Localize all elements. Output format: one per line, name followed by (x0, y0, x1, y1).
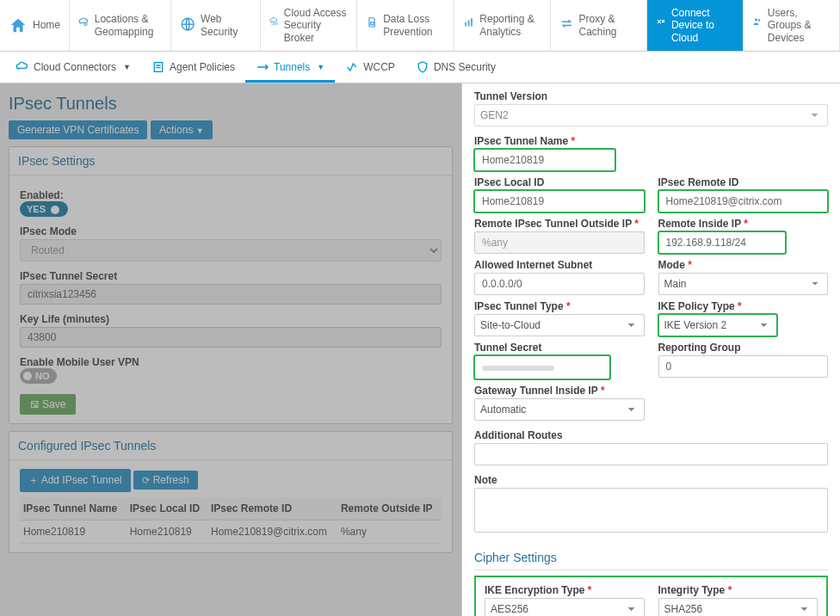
enabled-label: Enabled: (20, 189, 442, 201)
nav-home[interactable]: Home (0, 0, 70, 51)
ipsec-mode-select[interactable]: Routed (20, 239, 442, 262)
subnav-tunnels[interactable]: Tunnels▼ (245, 52, 335, 83)
nav-dlp[interactable]: Data Loss Prevention (357, 0, 454, 51)
gateway-inside-select[interactable]: Automatic (474, 398, 645, 421)
nav-locations[interactable]: Locations & Geomapping (70, 0, 171, 51)
ike-policy-label: IKE Policy Type (658, 300, 829, 312)
allowed-subnet-label: Allowed Internet Subnet (474, 259, 645, 271)
table-row[interactable]: Home210819 Home210819 Home210819@citrix.… (20, 521, 442, 544)
key-life-label: Key Life (minutes) (20, 313, 442, 325)
configured-tunnels-title: Configured IPsec Tunnels (9, 432, 452, 460)
tunnel-secret-masked (482, 366, 554, 371)
svg-point-0 (84, 22, 87, 25)
tunnel-version-select: GEN2 (474, 104, 828, 126)
add-ipsec-tunnel-button[interactable]: Add IPsec Tunnel (20, 469, 131, 492)
tunnel-name-label: IPsec Tunnel Name (474, 135, 828, 147)
ipsec-mode-label: IPsec Mode (20, 225, 442, 237)
integrity-type-select[interactable]: SHA256 (658, 598, 818, 616)
nav-proxy[interactable]: Proxy & Caching (551, 0, 647, 51)
remote-outside-input (474, 231, 645, 254)
mobile-vpn-label: Enable Mobile User VPN (20, 356, 442, 368)
nav-users[interactable]: Users, Groups & Devices (744, 0, 840, 51)
settings-save-button[interactable]: Save (20, 394, 76, 415)
svg-text:CASB: CASB (271, 22, 278, 26)
globe-shield-icon (180, 16, 195, 35)
subnav-agent-policies[interactable]: Agent Policies (141, 52, 245, 83)
col-remote-outside-ip: Remote Outside IP (337, 497, 442, 521)
gateway-inside-label: Gateway Tunnel Inside IP (474, 385, 645, 397)
bar-chart-icon (463, 16, 475, 35)
tunnel-type-select[interactable]: Site-to-Cloud (474, 314, 645, 336)
allowed-subnet-input[interactable] (474, 273, 645, 295)
remote-id-input[interactable] (658, 190, 829, 213)
integrity-type-label: Integrity Type (658, 584, 818, 596)
cipher-settings-title: Cipher Settings (474, 551, 828, 570)
subnav-cloud-connectors[interactable]: Cloud Connectors▼ (5, 52, 141, 83)
ipsec-settings-title: IPsec Settings (9, 147, 452, 176)
tunnel-secret-label: Tunnel Secret (474, 342, 645, 354)
arrows-sync-icon (559, 16, 574, 35)
remote-id-label: IPsec Remote ID (658, 176, 829, 188)
configured-tunnels-panel: Configured IPsec Tunnels Add IPsec Tunne… (9, 431, 453, 553)
chevron-down-icon: ▼ (317, 63, 324, 71)
svg-point-8 (758, 19, 760, 21)
reporting-group-label: Reporting Group (658, 342, 829, 354)
nav-connect-device[interactable]: Connect Device to Cloud (647, 0, 744, 51)
tunnels-table: IPsec Tunnel Name IPsec Local ID IPsec R… (20, 497, 442, 544)
ike-encryption-select[interactable]: AES256 (485, 598, 645, 616)
chevron-down-icon: ▼ (196, 126, 204, 135)
local-id-label: IPsec Local ID (474, 176, 645, 188)
additional-routes-label: Additional Routes (474, 429, 828, 441)
col-remote-id: IPsec Remote ID (207, 497, 337, 521)
cloud-connectors-icon (15, 60, 29, 74)
col-tunnel-name: IPsec Tunnel Name (20, 497, 127, 521)
tunnel-name-input[interactable] (474, 149, 615, 171)
enabled-toggle[interactable]: YES (20, 201, 68, 217)
nav-reporting[interactable]: Reporting & Analytics (454, 0, 551, 51)
local-id-input[interactable] (474, 190, 645, 213)
wccp-icon (345, 60, 359, 74)
tunnel-edit-drawer: Tunnel Version GEN2 IPsec Tunnel Name IP… (461, 83, 840, 616)
reporting-group-input[interactable] (658, 355, 829, 378)
mode-select[interactable]: Main (658, 273, 829, 295)
dns-security-icon (416, 60, 429, 74)
mobile-vpn-toggle[interactable]: NO (20, 368, 57, 384)
ipsec-settings-panel: IPsec Settings Enabled: YES IPsec Mode R… (9, 146, 453, 424)
tunnel-secret-value: citrixsia123456 (20, 284, 442, 305)
page-title: IPsec Tunnels (9, 94, 453, 114)
actions-dropdown[interactable]: Actions ▼ (151, 120, 213, 139)
subnav-dns-security[interactable]: DNS Security (405, 52, 506, 83)
users-icon (752, 16, 763, 35)
svg-rect-3 (371, 22, 374, 24)
nav-casb[interactable]: CASBCloud Access Security Broker (261, 0, 357, 51)
home-icon (9, 16, 28, 35)
note-textarea[interactable] (474, 488, 828, 533)
tunnel-secret-label: IPsec Tunnel Secret (20, 270, 442, 282)
key-life-value: 43800 (20, 327, 442, 348)
mode-label: Mode (658, 259, 829, 271)
sub-nav: Cloud Connectors▼ Agent Policies Tunnels… (0, 52, 840, 83)
additional-routes-input[interactable] (474, 443, 828, 465)
ike-encryption-label: IKE Encryption Type (485, 584, 645, 596)
remote-inside-input[interactable] (658, 231, 786, 254)
refresh-icon: ⟳ (142, 475, 150, 485)
tunnel-secret-input[interactable] (474, 355, 610, 379)
tunnel-type-label: IPsec Tunnel Type (474, 300, 645, 312)
svg-rect-4 (465, 22, 466, 26)
cipher-settings-box: IKE Encryption Type AES256 Integrity Typ… (474, 576, 828, 616)
nav-web-security[interactable]: Web Security (171, 0, 262, 51)
col-local-id: IPsec Local ID (127, 497, 207, 521)
remote-outside-label: Remote IPsec Tunnel Outside IP (474, 218, 645, 230)
svg-rect-6 (471, 18, 472, 26)
refresh-button[interactable]: ⟳ Refresh (133, 471, 197, 490)
svg-point-7 (755, 18, 757, 21)
subnav-wccp[interactable]: WCCP (335, 52, 405, 83)
connect-device-icon (656, 16, 666, 35)
tunnels-icon (256, 60, 269, 74)
document-lock-icon (366, 16, 378, 35)
generate-vpn-button[interactable]: Generate VPN Certificates (9, 120, 147, 139)
remote-inside-label: Remote Inside IP (658, 218, 829, 230)
ike-policy-select[interactable]: IKE Version 2 (658, 314, 777, 336)
tunnel-version-label: Tunnel Version (474, 90, 828, 102)
note-label: Note (474, 474, 828, 486)
